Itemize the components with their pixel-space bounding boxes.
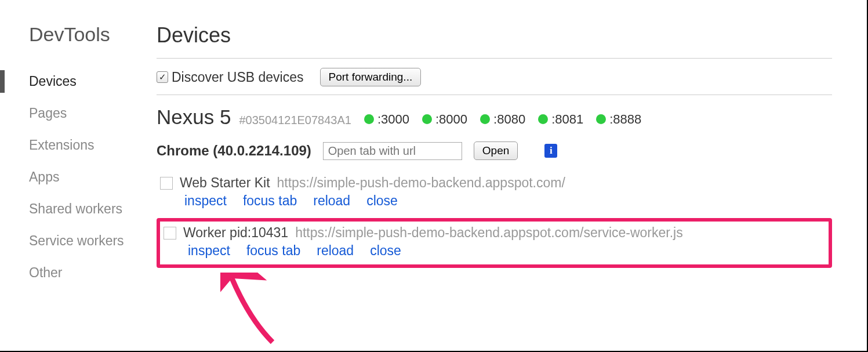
- target-url: https://simple-push-demo-backend.appspot…: [295, 225, 683, 241]
- sidebar-item-service-workers[interactable]: Service workers: [29, 225, 157, 257]
- discover-usb-label: Discover USB devices: [172, 70, 304, 85]
- close-link[interactable]: close: [370, 243, 401, 259]
- page-title: Devices: [157, 23, 832, 48]
- port-badge: :8888: [596, 112, 641, 127]
- reload-link[interactable]: reload: [313, 193, 350, 209]
- target-title: Web Starter Kit: [180, 175, 270, 191]
- status-dot-icon: [538, 114, 548, 124]
- device-id: #03504121E07843A1: [239, 114, 351, 127]
- divider: [157, 58, 832, 59]
- inspect-link[interactable]: inspect: [184, 193, 227, 209]
- port-badge: :8000: [422, 112, 467, 127]
- sidebar: DevTools Devices Pages Extensions Apps S…: [0, 23, 157, 289]
- sidebar-item-devices[interactable]: Devices: [29, 66, 157, 97]
- sidebar-item-pages[interactable]: Pages: [29, 97, 157, 129]
- reload-link[interactable]: reload: [317, 243, 354, 259]
- target-checkbox[interactable]: [164, 227, 176, 239]
- info-icon[interactable]: i: [544, 144, 557, 158]
- main-content: Devices ✓ Discover USB devices Port forw…: [157, 23, 867, 289]
- controls-row: ✓ Discover USB devices Port forwarding..…: [157, 68, 832, 86]
- sidebar-item-other[interactable]: Other: [29, 257, 157, 289]
- sidebar-item-apps[interactable]: Apps: [29, 161, 157, 193]
- open-button[interactable]: Open: [474, 141, 518, 160]
- sidebar-item-shared-workers[interactable]: Shared workers: [29, 193, 157, 225]
- port-forwarding-button[interactable]: Port forwarding...: [320, 68, 422, 86]
- target-checkbox[interactable]: [160, 177, 173, 190]
- target-url: https://simple-push-demo-backend.appspot…: [277, 175, 565, 191]
- port-badge: :8080: [480, 112, 525, 127]
- status-dot-icon: [480, 114, 490, 124]
- status-dot-icon: [596, 114, 606, 124]
- checkbox-icon: ✓: [157, 71, 168, 83]
- device-row: Nexus 5 #03504121E07843A1 :3000 :8000 :8…: [157, 106, 832, 129]
- browser-row: Chrome (40.0.2214.109) Open i: [157, 141, 832, 160]
- browser-label: Chrome (40.0.2214.109): [157, 143, 311, 159]
- inspect-link[interactable]: inspect: [188, 243, 230, 259]
- discover-usb-checkbox-wrap[interactable]: ✓ Discover USB devices: [157, 70, 304, 85]
- open-tab-url-input[interactable]: [323, 142, 462, 160]
- focus-tab-link[interactable]: focus tab: [243, 193, 297, 209]
- status-dot-icon: [364, 114, 374, 124]
- close-link[interactable]: close: [366, 193, 398, 209]
- focus-tab-link[interactable]: focus tab: [246, 243, 300, 259]
- port-badge: :3000: [364, 112, 409, 127]
- port-badge: :8081: [538, 112, 583, 127]
- target-title: Worker pid:10431: [183, 225, 288, 241]
- target-row-highlighted: Worker pid:10431 https://simple-push-dem…: [157, 218, 832, 268]
- device-name: Nexus 5: [157, 106, 231, 129]
- app-title: DevTools: [29, 23, 157, 46]
- divider: [157, 95, 832, 95]
- target-row: Web Starter Kit https://simple-push-demo…: [157, 172, 832, 215]
- sidebar-item-extensions[interactable]: Extensions: [29, 129, 157, 161]
- status-dot-icon: [422, 114, 432, 124]
